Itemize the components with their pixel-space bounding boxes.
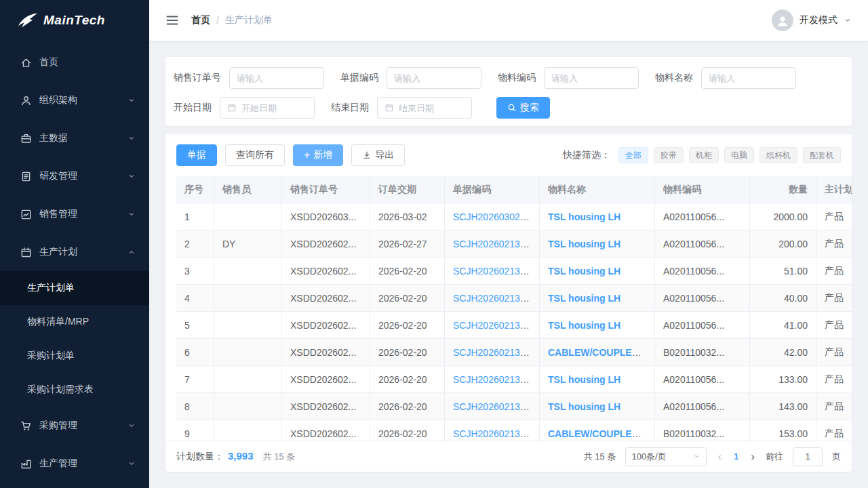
cell-doc_code: SCJH20260213002- bbox=[445, 420, 540, 441]
material-code-input[interactable] bbox=[551, 73, 631, 83]
hamburger-menu-icon[interactable] bbox=[165, 14, 179, 27]
doc_code-link[interactable]: SCJH20260213002- bbox=[453, 401, 539, 412]
material_name-link[interactable]: CABLEW/COUPLER 6 HE bbox=[548, 428, 655, 439]
doc_code-link[interactable]: SCJH20260213004- bbox=[453, 266, 539, 277]
breadcrumb-home[interactable]: 首页 bbox=[191, 14, 210, 26]
cell-sales_order: XSDD202602... bbox=[282, 366, 370, 393]
cell-due_date: 2026-03-02 bbox=[370, 203, 445, 230]
material_name-link[interactable]: TSL housing LH bbox=[548, 401, 620, 412]
material_name-link[interactable]: TSL housing LH bbox=[548, 239, 620, 249]
cell-status: 产品 bbox=[816, 312, 852, 339]
cell-doc_code: SCJH20260302001- bbox=[445, 203, 540, 230]
cell-seq: 6 bbox=[176, 339, 214, 366]
doc_code-link[interactable]: SCJH20260302001- bbox=[453, 211, 539, 222]
sidebar-subitem-purchase-plan-demand[interactable]: 采购计划需求表 bbox=[0, 373, 149, 407]
sidebar-item-label: 研发管理 bbox=[39, 170, 127, 182]
cell-status: 产品 bbox=[816, 393, 852, 420]
plan-qty-label: 计划数量： bbox=[176, 451, 224, 463]
chevron-down-icon bbox=[127, 134, 136, 142]
quick-filter-tape[interactable]: 胶带 bbox=[654, 147, 684, 163]
material_name-link[interactable]: TSL housing LH bbox=[548, 374, 620, 385]
plan-qty-value: 3,993 bbox=[228, 450, 254, 462]
table-footer: 计划数量： 3,993 共 15 条 共 15 条 100条/页 ‹ bbox=[165, 441, 852, 472]
current-page[interactable]: 1 bbox=[732, 451, 740, 462]
cell-qty: 133.00 bbox=[750, 366, 816, 393]
doc_code-link[interactable]: SCJH20260213003- bbox=[453, 293, 539, 304]
sidebar-item-production-plan[interactable]: 生产计划 bbox=[0, 233, 149, 271]
table-row: 8XSDD202602...2026-02-20SCJH20260213002-… bbox=[176, 393, 852, 420]
cell-due_date: 2026-02-20 bbox=[370, 258, 445, 285]
cell-material_name: TSL housing LH bbox=[540, 285, 655, 312]
next-page-button[interactable]: › bbox=[749, 451, 756, 462]
cell-material_name: TSL housing LH bbox=[540, 366, 655, 393]
sidebar-item-home[interactable]: 首页 bbox=[0, 43, 149, 81]
chevron-down-icon[interactable] bbox=[844, 16, 852, 24]
cell-sales_order: XSDD202602... bbox=[282, 420, 370, 441]
chevron-up-icon bbox=[127, 248, 136, 256]
cell-due_date: 2026-02-20 bbox=[370, 285, 445, 312]
sales-order-no-input[interactable] bbox=[237, 73, 317, 83]
add-button[interactable]: + 新增 bbox=[293, 144, 343, 166]
quick-filter-all[interactable]: 全部 bbox=[618, 147, 648, 163]
plan-summary: 计划数量： 3,993 共 15 条 bbox=[176, 450, 295, 463]
column-header-material_name: 物料名称 bbox=[540, 176, 655, 203]
search-button[interactable]: 搜索 bbox=[496, 97, 550, 119]
cell-sales_order: XSDD202602... bbox=[282, 285, 370, 312]
user-menu[interactable]: 开发模式 bbox=[772, 9, 852, 31]
material_name-link[interactable]: TSL housing LH bbox=[548, 266, 620, 277]
table-row: 4XSDD202602...2026-02-20SCJH20260213003-… bbox=[176, 285, 852, 312]
plan-icon bbox=[20, 247, 32, 258]
doc-code-input[interactable] bbox=[394, 73, 474, 83]
doc_code-link[interactable]: SCJH20260213002- bbox=[453, 428, 539, 439]
cell-qty: 143.00 bbox=[750, 393, 816, 420]
avatar[interactable] bbox=[772, 9, 793, 31]
master-data-icon bbox=[20, 133, 32, 144]
add-button-label: 新增 bbox=[313, 149, 332, 161]
prev-page-button[interactable]: ‹ bbox=[716, 451, 723, 462]
page-size-select[interactable]: 100条/页 bbox=[625, 447, 707, 466]
cell-due_date: 2026-02-20 bbox=[370, 312, 445, 339]
query-all-button[interactable]: 查询所有 bbox=[225, 144, 285, 166]
material_name-link[interactable]: TSL housing LH bbox=[548, 320, 620, 331]
logo: MainTech bbox=[0, 0, 149, 41]
sidebar-subitem-production-plan-order[interactable]: 生产计划单 bbox=[0, 271, 149, 305]
material_name-link[interactable]: CABLEW/COUPLER 6 HE bbox=[548, 347, 655, 358]
cell-material_name: TSL housing LH bbox=[540, 393, 655, 420]
doc_code-link[interactable]: SCJH20260213005- bbox=[453, 239, 539, 249]
sidebar-item-production-management[interactable]: 生产管理 bbox=[0, 445, 149, 483]
material-name-input[interactable] bbox=[709, 73, 789, 83]
sidebar-subitem-purchase-plan-order[interactable]: 采购计划单 bbox=[0, 339, 149, 373]
material_name-link[interactable]: TSL housing LH bbox=[548, 293, 620, 304]
sidebar-item-label: 生产管理 bbox=[39, 458, 127, 470]
cell-seq: 9 bbox=[176, 420, 214, 441]
quick-filter-accessory-machine[interactable]: 配套机 bbox=[803, 147, 841, 163]
logo-swoosh-icon bbox=[18, 12, 38, 28]
export-button[interactable]: 导出 bbox=[351, 144, 405, 166]
cell-seq: 8 bbox=[176, 393, 214, 420]
doc_code-link[interactable]: SCJH20260213003- bbox=[453, 320, 539, 331]
quick-filter-tags: 全部胶带机柜电脑纸杯机配套机 bbox=[613, 147, 841, 163]
sidebar-item-master-data[interactable]: 主数据 bbox=[0, 119, 149, 157]
user-mode-label[interactable]: 开发模式 bbox=[800, 14, 837, 26]
quick-filter-computer[interactable]: 电脑 bbox=[724, 147, 754, 163]
end-date-input[interactable] bbox=[399, 103, 465, 113]
document-button[interactable]: 单据 bbox=[176, 144, 217, 166]
goto-page-input[interactable] bbox=[793, 447, 823, 466]
sidebar-item-sales-management[interactable]: 销售管理 bbox=[0, 195, 149, 233]
doc_code-link[interactable]: SCJH20260213003- bbox=[453, 347, 539, 358]
material_name-link[interactable]: TSL housing LH bbox=[548, 211, 620, 222]
topbar: 首页 / 生产计划单 开发模式 bbox=[149, 0, 868, 41]
sidebar-subitem-bom-mrp[interactable]: 物料清单/MRP bbox=[0, 305, 149, 339]
quick-filter-paper-cup-machine[interactable]: 纸杯机 bbox=[760, 147, 797, 163]
cell-material_code: A020110056... bbox=[655, 203, 750, 230]
sidebar-item-org-structure[interactable]: 组织架构 bbox=[0, 81, 149, 119]
cell-status: 产品 bbox=[816, 230, 852, 258]
sidebar-item-purchase-management[interactable]: 采购管理 bbox=[0, 407, 149, 445]
cell-salesperson: DY bbox=[214, 230, 282, 258]
doc_code-link[interactable]: SCJH20260213002- bbox=[453, 374, 539, 385]
sidebar-item-rd-management[interactable]: 研发管理 bbox=[0, 157, 149, 195]
toolbar-buttons: 单据 查询所有 + 新增 导出 bbox=[176, 144, 405, 166]
quick-filter-cabinet[interactable]: 机柜 bbox=[689, 147, 719, 163]
start-date-input[interactable] bbox=[241, 103, 307, 113]
cell-seq: 2 bbox=[176, 230, 214, 258]
